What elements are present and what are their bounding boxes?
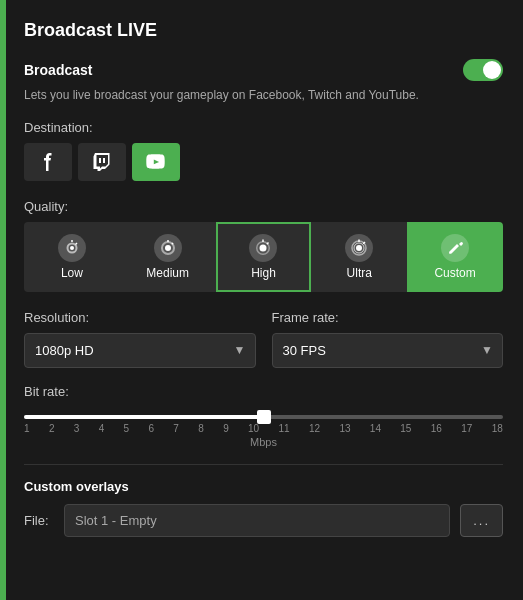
quality-low-label: Low <box>61 266 83 280</box>
file-slot-select[interactable]: Slot 1 - Empty Slot 2 - Empty Slot 3 - E… <box>64 504 450 537</box>
browse-button[interactable]: ... <box>460 504 503 537</box>
framerate-select[interactable]: 24 FPS 30 FPS 60 FPS <box>272 333 504 368</box>
file-row: File: Slot 1 - Empty Slot 2 - Empty Slot… <box>24 504 503 537</box>
destination-row <box>24 143 503 181</box>
broadcast-description: Lets you live broadcast your gameplay on… <box>24 87 503 104</box>
quality-high[interactable]: High <box>216 222 312 292</box>
quality-row: Low Medium <box>24 222 503 292</box>
quality-custom-icon <box>441 234 469 262</box>
resolution-select-wrapper: 720p 1080p HD 1440p 4K ▼ <box>24 333 256 368</box>
framerate-field: Frame rate: 24 FPS 30 FPS 60 FPS ▼ <box>272 310 504 368</box>
quality-low-icon <box>58 234 86 262</box>
twitch-button[interactable] <box>78 143 126 181</box>
svg-line-3 <box>75 243 77 245</box>
broadcast-toggle[interactable] <box>463 59 503 81</box>
broadcast-label: Broadcast <box>24 62 92 78</box>
quality-ultra-label: Ultra <box>347 266 372 280</box>
file-select-wrapper: Slot 1 - Empty Slot 2 - Empty Slot 3 - E… <box>64 504 450 537</box>
quality-medium-label: Medium <box>146 266 189 280</box>
quality-medium-icon <box>154 234 182 262</box>
overlays-section: Custom overlays File: Slot 1 - Empty Slo… <box>24 464 503 537</box>
quality-high-icon <box>249 234 277 262</box>
quality-medium[interactable]: Medium <box>120 222 216 292</box>
resolution-field: Resolution: 720p 1080p HD 1440p 4K ▼ <box>24 310 256 368</box>
bitrate-section: Bit rate: 1 2 3 4 5 6 7 8 9 10 11 12 13 … <box>24 384 503 448</box>
quality-low[interactable]: Low <box>24 222 120 292</box>
youtube-button[interactable] <box>132 143 180 181</box>
framerate-label: Frame rate: <box>272 310 504 325</box>
svg-point-6 <box>260 244 267 251</box>
facebook-button[interactable] <box>24 143 72 181</box>
resolution-label: Resolution: <box>24 310 256 325</box>
svg-line-5 <box>171 243 172 244</box>
quality-ultra[interactable]: Ultra <box>311 222 407 292</box>
page-title: Broadcast LIVE <box>24 20 503 41</box>
broadcast-row: Broadcast <box>24 59 503 81</box>
svg-rect-0 <box>99 158 101 163</box>
quality-custom[interactable]: Custom <box>407 222 503 292</box>
quality-high-label: High <box>251 266 276 280</box>
main-content: Broadcast LIVE Broadcast Lets you live b… <box>6 0 523 600</box>
bitrate-unit: Mbps <box>24 436 503 448</box>
file-label: File: <box>24 513 54 528</box>
quality-custom-label: Custom <box>434 266 475 280</box>
destination-label: Destination: <box>24 120 503 135</box>
slider-container <box>24 407 503 419</box>
framerate-select-wrapper: 24 FPS 30 FPS 60 FPS ▼ <box>272 333 504 368</box>
resolution-select[interactable]: 720p 1080p HD 1440p 4K <box>24 333 256 368</box>
quality-label: Quality: <box>24 199 503 214</box>
svg-point-11 <box>356 245 362 251</box>
svg-rect-1 <box>103 158 105 163</box>
quality-ultra-icon <box>345 234 373 262</box>
res-fps-row: Resolution: 720p 1080p HD 1440p 4K ▼ Fra… <box>24 310 503 368</box>
bitrate-label: Bit rate: <box>24 384 503 399</box>
overlays-title: Custom overlays <box>24 479 503 494</box>
